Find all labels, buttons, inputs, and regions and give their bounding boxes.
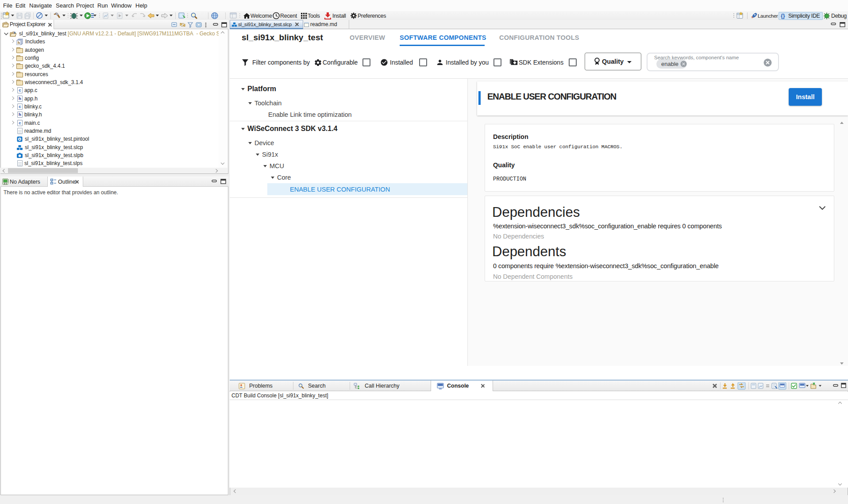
svg-text:h: h bbox=[18, 40, 20, 45]
svg-text:c: c bbox=[14, 31, 16, 35]
